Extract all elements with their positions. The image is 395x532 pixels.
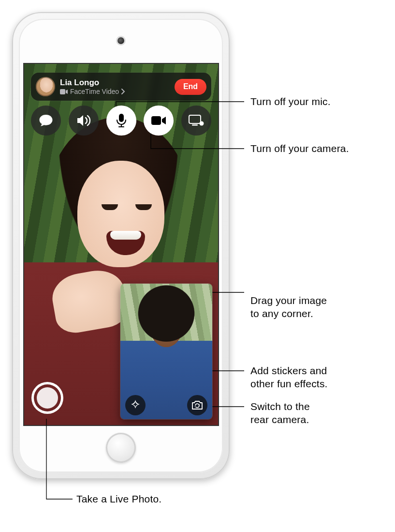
end-call-label: End [183, 82, 198, 91]
effects-button[interactable] [125, 395, 146, 415]
effects-star-icon [129, 399, 142, 411]
microphone-icon [116, 113, 127, 128]
live-photo-button[interactable] [34, 384, 61, 411]
home-button[interactable] [106, 433, 136, 463]
video-camera-icon [151, 115, 166, 126]
callout-flip: Switch to the rear camera. [250, 400, 310, 426]
callout-livephoto: Take a Live Photo. [76, 493, 161, 506]
caller-subtitle-text: FaceTime Video [70, 88, 119, 95]
callout-camera: Turn off your camera. [250, 142, 349, 155]
end-call-button[interactable]: End [175, 79, 206, 95]
caller-avatar[interactable] [36, 77, 55, 96]
flip-camera-icon [191, 400, 204, 410]
camera-toggle-button[interactable] [144, 106, 174, 136]
callout-effects: Add stickers and other fun effects. [250, 365, 328, 391]
video-small-icon [60, 89, 68, 94]
caller-info[interactable]: Lia Longo FaceTime Video [60, 78, 175, 95]
callout-pip: Drag your image to any corner. [250, 294, 327, 320]
call-header-bar[interactable]: Lia Longo FaceTime Video End [31, 73, 211, 101]
caller-subtitle: FaceTime Video [60, 88, 175, 95]
device-screen: Lia Longo FaceTime Video End [23, 63, 219, 426]
svg-rect-2 [151, 116, 161, 125]
callout-mic: Turn off your mic. [250, 95, 331, 108]
live-photo-icon [37, 387, 58, 409]
front-camera-hole [117, 37, 124, 44]
caller-name: Lia Longo [60, 78, 175, 88]
mute-mic-button[interactable] [106, 106, 136, 136]
svg-rect-3 [189, 115, 201, 123]
chevron-right-icon [121, 89, 125, 94]
messages-button[interactable] [31, 106, 61, 136]
remote-caller-portrait [53, 132, 179, 291]
svg-rect-0 [60, 89, 65, 94]
svg-rect-1 [119, 114, 124, 122]
flip-camera-button[interactable] [187, 395, 207, 415]
svg-rect-4 [192, 124, 198, 125]
speaker-icon [76, 114, 91, 127]
share-screen-icon [189, 115, 204, 126]
speaker-button[interactable] [69, 106, 99, 136]
call-controls-row [29, 106, 213, 136]
messages-icon [39, 114, 53, 127]
share-screen-button[interactable] [181, 106, 211, 136]
self-view-pip[interactable] [120, 284, 212, 419]
